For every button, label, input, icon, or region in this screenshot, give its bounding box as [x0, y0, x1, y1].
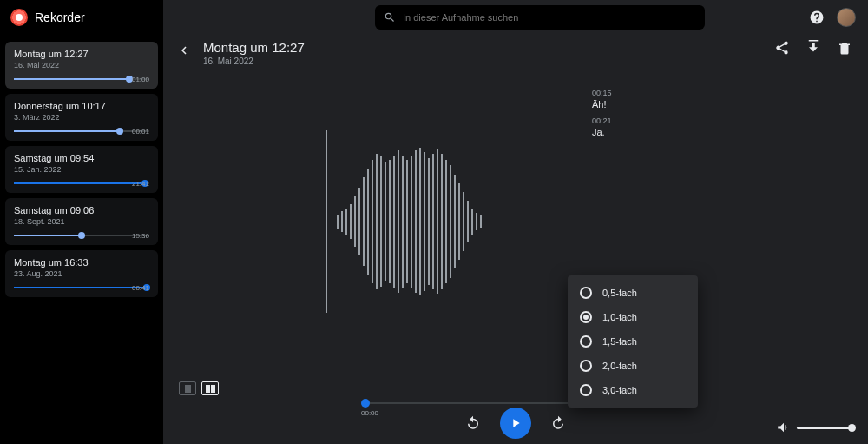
recording-item[interactable]: Samstag um 09:0618. Sept. 202115:36: [5, 198, 158, 245]
recording-item[interactable]: Montag um 16:3323. Aug. 202100:41: [5, 250, 158, 297]
top-right: [809, 8, 856, 27]
recording-item-duration: 21:41: [132, 180, 149, 188]
transcript-text[interactable]: Äh!: [592, 99, 845, 109]
download-icon[interactable]: [806, 40, 821, 56]
delete-icon[interactable]: [837, 40, 852, 56]
speed-option[interactable]: 3,0-fach: [568, 378, 698, 402]
view-split-button[interactable]: [201, 381, 219, 395]
back-button[interactable]: [174, 40, 194, 61]
recording-date: 16. Mai 2022: [203, 56, 305, 66]
sidebar: Rekorder Montag um 12:2716. Mai 202201:0…: [0, 0, 163, 444]
share-icon[interactable]: [774, 40, 790, 56]
recording-item-duration: 00:41: [132, 284, 149, 292]
speed-label: 1,0-fach: [602, 312, 637, 322]
recording-item-progress: [14, 78, 149, 80]
avatar[interactable]: [837, 8, 856, 27]
radio-icon: [580, 287, 592, 299]
recording-item-progress: [14, 182, 149, 184]
recording-item-title: Montag um 12:27: [14, 49, 149, 59]
play-icon: [509, 416, 523, 430]
recording-title: Montag um 12:27: [203, 40, 305, 55]
waveform-pane: [179, 73, 575, 397]
search-input[interactable]: [403, 12, 696, 23]
recording-item-progress: [14, 287, 149, 288]
radio-icon: [580, 335, 592, 348]
volume-icon: [776, 420, 792, 435]
chevron-left-icon: [176, 43, 192, 58]
speed-menu: 0,5-fach1,0-fach1,5-fach2,0-fach3,0-fach: [568, 275, 698, 408]
timeline-knob[interactable]: [361, 399, 370, 408]
recording-item-date: 16. Mai 2022: [14, 61, 149, 70]
recording-item-title: Montag um 16:33: [14, 257, 149, 268]
recording-item-progress: [14, 235, 149, 236]
rewind-button[interactable]: [462, 412, 484, 434]
view-single-button[interactable]: [179, 381, 196, 395]
app-name: Rekorder: [35, 10, 85, 24]
radio-icon: [580, 360, 592, 372]
view-toggles: [179, 381, 219, 395]
volume-slider[interactable]: [797, 427, 852, 429]
radio-icon: [580, 311, 592, 323]
waveform: [326, 148, 491, 295]
speed-option[interactable]: 0,5-fach: [568, 281, 698, 305]
speed-label: 2,0-fach: [602, 361, 637, 371]
recording-item-date: 3. März 2022: [14, 113, 149, 122]
recording-item-title: Samstag um 09:54: [14, 153, 149, 163]
recordings-list: Montag um 12:2716. Mai 202201:00Donnerst…: [0, 38, 163, 301]
play-button[interactable]: [500, 408, 531, 439]
radio-icon: [580, 384, 592, 396]
playback-bar: 00:00: [163, 397, 868, 444]
speed-label: 0,5-fach: [602, 288, 637, 298]
transcript-time: 00:15: [592, 89, 845, 97]
recording-header: Montag um 12:27 16. Mai 2022: [163, 35, 868, 66]
recording-item-title: Samstag um 09:06: [14, 205, 149, 215]
forward-button[interactable]: [547, 412, 569, 434]
speed-label: 1,5-fach: [602, 336, 637, 347]
recording-item-date: 18. Sept. 2021: [14, 217, 149, 226]
speed-option[interactable]: 2,0-fach: [568, 354, 698, 378]
content-area: 00:15Äh!00:21Ja.: [163, 66, 868, 397]
transcript-text[interactable]: Ja.: [592, 127, 845, 137]
recording-item-date: 15. Jan. 2022: [14, 165, 149, 174]
volume-control[interactable]: [776, 420, 852, 435]
recording-item-date: 23. Aug. 2021: [14, 269, 149, 278]
speed-option[interactable]: 1,5-fach: [568, 329, 698, 354]
recording-item[interactable]: Samstag um 09:5415. Jan. 202221:41: [5, 146, 158, 193]
recording-item-duration: 01:00: [132, 76, 149, 83]
recording-item-title: Donnerstag um 10:17: [14, 101, 149, 111]
top-bar: [163, 0, 868, 35]
transcript-time: 00:21: [592, 116, 845, 125]
recording-item-duration: 00:01: [132, 128, 149, 136]
rewind-icon: [465, 415, 481, 431]
forward-icon: [550, 415, 566, 431]
brand: Rekorder: [0, 0, 163, 38]
speed-option[interactable]: 1,0-fach: [568, 305, 698, 329]
recording-item-progress: [14, 130, 149, 132]
recording-item[interactable]: Donnerstag um 10:173. März 202200:01: [5, 94, 158, 141]
recording-item-duration: 15:36: [132, 232, 149, 240]
recording-item[interactable]: Montag um 12:2716. Mai 202201:00: [5, 42, 158, 89]
search-box[interactable]: [375, 5, 705, 30]
playback-controls: [179, 408, 852, 439]
search-icon: [384, 11, 396, 23]
help-icon[interactable]: [809, 10, 825, 25]
speed-label: 3,0-fach: [602, 385, 637, 395]
app-logo-icon: [10, 9, 28, 26]
main: Montag um 12:27 16. Mai 2022 00:15Äh!00:…: [163, 0, 868, 444]
